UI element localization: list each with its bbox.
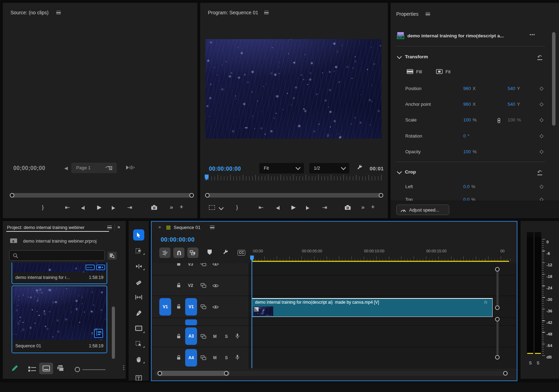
pen-tool[interactable] xyxy=(129,310,149,316)
keyframe-diamond-icon[interactable] xyxy=(539,102,543,106)
add-button-icon[interactable]: + xyxy=(371,204,375,210)
captions-cc-button[interactable]: CC xyxy=(238,250,245,256)
snap-magnet-button[interactable] xyxy=(173,247,184,258)
position-x-value[interactable]: 960X xyxy=(463,86,475,91)
properties-panel-menu-icon[interactable] xyxy=(426,12,430,16)
audio-track-zoom-bar[interactable] xyxy=(496,319,499,355)
mute-button[interactable]: M xyxy=(213,334,217,339)
list-view-button-icon[interactable] xyxy=(28,366,36,372)
panel-overflow-button[interactable]: » xyxy=(117,224,120,230)
lock-icon[interactable] xyxy=(176,355,181,360)
program-panel-menu-icon[interactable] xyxy=(264,11,269,14)
meter-solo-right-button[interactable]: S xyxy=(537,361,539,365)
opacity-value[interactable]: 100% xyxy=(463,149,477,154)
track-target-a3-badge[interactable]: A3 xyxy=(185,327,197,345)
link-scale-icon[interactable] xyxy=(497,118,501,123)
track-patch-icon[interactable] xyxy=(201,263,206,266)
step-forward-button[interactable]: ▸ xyxy=(306,205,310,210)
thumbnail-zoom-slider[interactable] xyxy=(82,369,106,370)
crop-left-value[interactable]: 0.0% xyxy=(463,184,475,189)
anchor-x-value[interactable]: 960X xyxy=(463,102,475,107)
selection-tool-active[interactable] xyxy=(133,229,144,241)
video-track-zoom-bar[interactable] xyxy=(496,269,499,308)
fit-dropdown[interactable]: Fit xyxy=(259,163,304,173)
timeline-timecode[interactable]: 00:00:00:00 xyxy=(161,236,195,243)
solo-button[interactable]: S xyxy=(225,334,228,339)
audio-zoom-handle-top[interactable] xyxy=(495,317,500,321)
project-file-name[interactable]: demo internal training webiner.prproj xyxy=(23,238,96,244)
comparison-view-icon[interactable] xyxy=(209,205,215,210)
close-sequence-tab-icon[interactable]: × xyxy=(158,224,161,230)
clip-more-options-button[interactable]: ••• xyxy=(530,32,535,37)
go-to-out-button[interactable]: ⇥ xyxy=(127,205,132,210)
crop-top-value[interactable]: 0.0% xyxy=(463,197,475,201)
track-patch-icon[interactable] xyxy=(201,355,206,360)
razor-tool[interactable] xyxy=(129,279,149,286)
more-transport-button[interactable]: » xyxy=(361,204,364,210)
timeline-panel-menu-icon[interactable] xyxy=(210,225,215,229)
scale-value[interactable]: 100% xyxy=(463,117,477,123)
source-patch-a1-badge-clipped[interactable] xyxy=(185,319,197,325)
slip-tool[interactable] xyxy=(129,295,149,299)
source-timecode[interactable]: 00;00;00;00 xyxy=(13,165,45,171)
mute-button[interactable]: M xyxy=(213,355,217,360)
source-zoom-scrollbar[interactable] xyxy=(10,193,194,198)
step-back-button[interactable]: ◂ xyxy=(276,205,280,210)
keyframe-diamond-icon[interactable] xyxy=(539,134,543,138)
playback-resolution-dropdown[interactable]: 1/2 xyxy=(309,163,349,173)
icon-view-button-active[interactable] xyxy=(39,363,53,374)
meter-solo-left-button[interactable]: S xyxy=(529,361,532,365)
hscroll-handle-left[interactable] xyxy=(158,371,162,376)
export-frame-icon[interactable] xyxy=(344,205,351,210)
writable-pencil-icon[interactable] xyxy=(10,364,19,372)
mic-icon[interactable] xyxy=(235,355,239,360)
kebab-menu-icon[interactable]: ⋮ xyxy=(121,364,126,371)
project-root-folder-icon[interactable] xyxy=(10,238,17,243)
eye-icon[interactable] xyxy=(212,284,219,288)
hscroll-handle-right[interactable] xyxy=(224,371,228,376)
rectangle-tool[interactable] xyxy=(129,326,149,331)
chevron-down-icon[interactable] xyxy=(219,205,224,210)
program-timecode[interactable]: 00:00:00:00 xyxy=(209,165,241,172)
thumbnail-zoom-knob[interactable] xyxy=(75,367,80,372)
video-zoom-handle-top[interactable] xyxy=(495,267,500,272)
fill-button-label[interactable]: Fill xyxy=(416,69,422,75)
timeline-hscrollbar-thumb[interactable] xyxy=(157,371,230,376)
project-item-video[interactable]: demo internal training for r... 1:58:19 xyxy=(12,262,107,284)
track-label[interactable]: V3 xyxy=(188,263,193,267)
type-tool-clipped[interactable] xyxy=(129,375,149,380)
keyframe-diamond-icon[interactable] xyxy=(539,198,543,201)
transform-section-heading[interactable]: Transform xyxy=(405,54,428,60)
transform-reset-icon[interactable]: ↶ xyxy=(537,54,542,60)
solo-button[interactable]: S xyxy=(225,355,228,360)
project-tab-title[interactable]: Project: demo internal training webiner xyxy=(7,225,85,230)
find-in-bin-button[interactable] xyxy=(108,252,117,260)
freeform-view-button-icon[interactable] xyxy=(56,365,65,372)
add-marker-button[interactable] xyxy=(208,250,212,255)
lock-icon[interactable] xyxy=(176,304,181,309)
bin-scrollbar[interactable] xyxy=(112,306,115,359)
source-zoom-handle-right[interactable] xyxy=(189,193,194,198)
mark-out-button[interactable]: } xyxy=(42,205,44,210)
keyframe-diamond-icon[interactable] xyxy=(539,150,543,154)
audio-zoom-handle-bottom[interactable] xyxy=(495,355,500,360)
ripple-edit-tool[interactable] xyxy=(129,264,149,269)
sequence-tab-title[interactable]: Sequence 01 xyxy=(174,225,201,230)
video-zoom-handle-bottom[interactable] xyxy=(495,305,500,310)
timeline-clip[interactable]: demo internal training for rimo(descript… xyxy=(252,298,493,317)
play-around-icon[interactable] xyxy=(126,165,135,170)
add-button-icon[interactable]: + xyxy=(180,204,183,210)
track-v2-label[interactable]: V2 xyxy=(188,283,193,288)
track-patch-icon[interactable] xyxy=(201,334,206,339)
keyframe-diamond-icon[interactable] xyxy=(539,118,543,122)
source-panel-menu-icon[interactable] xyxy=(56,11,61,14)
track-patch-icon[interactable] xyxy=(201,283,206,288)
vscroll-handle-bottom[interactable] xyxy=(503,371,508,376)
program-video-preview[interactable] xyxy=(205,39,382,139)
nest-insert-toggle-button[interactable] xyxy=(159,247,170,258)
program-zoom-handle-left[interactable] xyxy=(205,193,210,198)
ke yframe-diamond-icon[interactable] xyxy=(539,185,543,188)
timeline-playhead-line[interactable] xyxy=(252,261,252,368)
mic-icon[interactable] xyxy=(235,333,239,339)
eye-icon[interactable] xyxy=(212,305,219,309)
